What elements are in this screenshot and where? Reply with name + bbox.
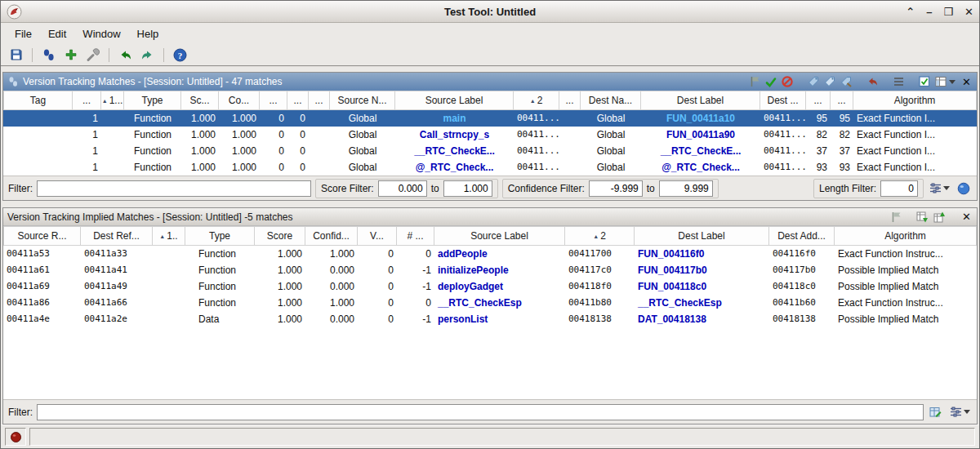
window-maximize-icon[interactable]: ❒	[943, 7, 953, 17]
cell-dest-label[interactable]: FUN_004116f0	[635, 246, 769, 262]
column-header-type[interactable]: Type	[124, 91, 181, 110]
column-header-score[interactable]: Score	[255, 226, 305, 246]
cell-sort-order[interactable]	[153, 278, 185, 295]
cell-dest-reference[interactable]: 00411a66	[81, 295, 153, 311]
cell-conflicts[interactable]: -1	[397, 262, 434, 278]
column-header-dest-address[interactable]: Dest Add...	[769, 226, 835, 246]
help-button[interactable]: ?	[170, 46, 190, 64]
implied-panel-close-icon[interactable]: ✕	[960, 211, 973, 222]
column-header-source-label[interactable]: Source Label	[434, 226, 565, 246]
cell-score[interactable]: 1.000	[255, 311, 305, 327]
cell-algorithm[interactable]: Possible Implied Match	[835, 262, 977, 278]
remove-tag-icon[interactable]	[824, 74, 835, 89]
column-header-confidence[interactable]: Co...	[219, 91, 260, 110]
cell-score[interactable]: 1.000	[181, 143, 219, 159]
cell-votes[interactable]: 0	[260, 127, 287, 143]
cell-status[interactable]	[309, 159, 330, 176]
cell-dest-address[interactable]: 004117b0	[769, 262, 835, 278]
column-header-source-namespace[interactable]: Source N...	[330, 91, 395, 110]
cell-source-label[interactable]: __RTC_CheckEsp	[434, 295, 565, 311]
cell-dest-label[interactable]: DAT_00418138	[635, 311, 769, 327]
cell-dest-label[interactable]: __RTC_CheckEsp	[635, 295, 769, 311]
column-header-votes[interactable]: V...	[358, 226, 397, 246]
cell-sort-order[interactable]	[101, 110, 124, 127]
cell-tag[interactable]	[3, 159, 73, 176]
column-header-confidence[interactable]: Confid...	[305, 226, 358, 246]
version-tracking-button[interactable]	[38, 46, 59, 64]
cell-confidence[interactable]: 1.000	[305, 295, 358, 311]
cell-dest-address[interactable]: 00411...	[760, 143, 806, 159]
cell-conflicts[interactable]: 0	[397, 295, 434, 311]
cell-confidence[interactable]: 0.000	[305, 278, 358, 295]
cell-dest-label[interactable]: __RTC_CheckE...	[641, 143, 760, 159]
cell-confidence[interactable]: 1.000	[219, 159, 260, 176]
cell-votes[interactable]: 0	[358, 311, 397, 327]
cell-conflicts[interactable]: 0	[287, 159, 309, 176]
column-header-multi[interactable]: ...	[73, 91, 101, 110]
cell-dest-status[interactable]	[559, 143, 581, 159]
column-header-dest-reference[interactable]: Dest Ref...	[81, 226, 153, 246]
cell-source-reference[interactable]: 00411a69	[3, 278, 81, 295]
cell-confidence[interactable]: 1.000	[219, 143, 260, 159]
cell-dest-label[interactable]: FUN_00411a10	[641, 110, 760, 127]
table-row[interactable]: 1Function1.0001.00000Global@_RTC_Check..…	[3, 159, 977, 176]
cell-multi[interactable]: 1	[73, 143, 101, 159]
cell-dest-status[interactable]	[559, 127, 581, 143]
window-minimize-icon[interactable]: –	[926, 7, 932, 17]
window-close-icon[interactable]: ✕	[964, 7, 973, 17]
window-shade-icon[interactable]: ⌃	[906, 7, 915, 17]
cell-dest-reference[interactable]: 00411a49	[81, 278, 153, 295]
cell-source-label[interactable]: deployGadget	[434, 278, 565, 295]
cell-algorithm[interactable]: Possible Implied Match	[835, 311, 977, 327]
cell-dest-address[interactable]: 004118c0	[769, 278, 835, 295]
cell-multi[interactable]: 1	[73, 159, 101, 176]
column-header-source-label[interactable]: Source Label	[395, 91, 514, 110]
cell-source-namespace[interactable]: Global	[330, 127, 395, 143]
cell-conflicts[interactable]: 0	[397, 246, 434, 262]
cell-dest-label[interactable]: FUN_004118c0	[635, 278, 769, 295]
score-filter-from-input[interactable]	[378, 180, 427, 197]
column-header-source-length[interactable]: ...	[806, 91, 831, 110]
tools-button[interactable]	[82, 46, 103, 64]
cell-source-length[interactable]: 93	[806, 159, 831, 176]
column-header-status[interactable]: ...	[309, 91, 330, 110]
cell-type[interactable]: Function	[185, 278, 255, 295]
cell-source-reference[interactable]: 00411a86	[3, 295, 81, 311]
cell-type[interactable]: Function	[185, 246, 255, 262]
cell-votes[interactable]: 0	[260, 110, 287, 127]
cell-type[interactable]: Function	[124, 159, 181, 176]
cell-source-length[interactable]: 82	[806, 127, 831, 143]
cell-votes[interactable]: 0	[358, 246, 397, 262]
cell-algorithm[interactable]: Exact Function I...	[853, 159, 977, 176]
cell-dest-label[interactable]: FUN_004117b0	[635, 262, 769, 278]
cell-sort-order[interactable]	[153, 246, 185, 262]
column-header-dest-address[interactable]: Dest ...	[760, 91, 806, 110]
cell-source-address[interactable]: 00411...	[514, 159, 559, 176]
cell-dest-label[interactable]: FUN_00411a90	[641, 127, 760, 143]
cell-sort-order[interactable]	[101, 159, 124, 176]
cell-source-label[interactable]: addPeople	[434, 246, 565, 262]
cell-dest-status[interactable]	[559, 159, 581, 176]
menu-window[interactable]: Window	[75, 25, 127, 42]
cell-dest-address[interactable]: 00411...	[760, 159, 806, 176]
column-header-dest-namespace[interactable]: Dest Na...	[581, 91, 641, 110]
table-row[interactable]: 00411a6900411a49Function1.0000.0000-1dep…	[3, 278, 977, 295]
cell-source-namespace[interactable]: Global	[330, 110, 395, 127]
table-row[interactable]: 00411a8600411a66Function1.0001.00000__RT…	[3, 295, 977, 311]
matches-filter-input[interactable]	[37, 180, 311, 197]
cell-source-reference[interactable]: 00411a53	[3, 246, 81, 262]
cell-source-address[interactable]: 004117c0	[565, 262, 635, 278]
cell-votes[interactable]: 0	[358, 262, 397, 278]
cell-conflicts[interactable]: 0	[287, 143, 309, 159]
column-header-dest-length[interactable]: ...	[831, 91, 853, 110]
undo-button[interactable]	[115, 46, 136, 64]
add-tag-icon[interactable]	[808, 74, 819, 89]
cell-confidence[interactable]: 1.000	[305, 246, 358, 262]
cell-dest-namespace[interactable]: Global	[581, 127, 641, 143]
menu-file[interactable]: File	[7, 25, 39, 42]
cell-sort-order[interactable]	[153, 262, 185, 278]
cell-dest-namespace[interactable]: Global	[581, 143, 641, 159]
cell-sort-order[interactable]	[101, 143, 124, 159]
cell-type[interactable]: Function	[124, 143, 181, 159]
cell-score[interactable]: 1.000	[181, 110, 219, 127]
